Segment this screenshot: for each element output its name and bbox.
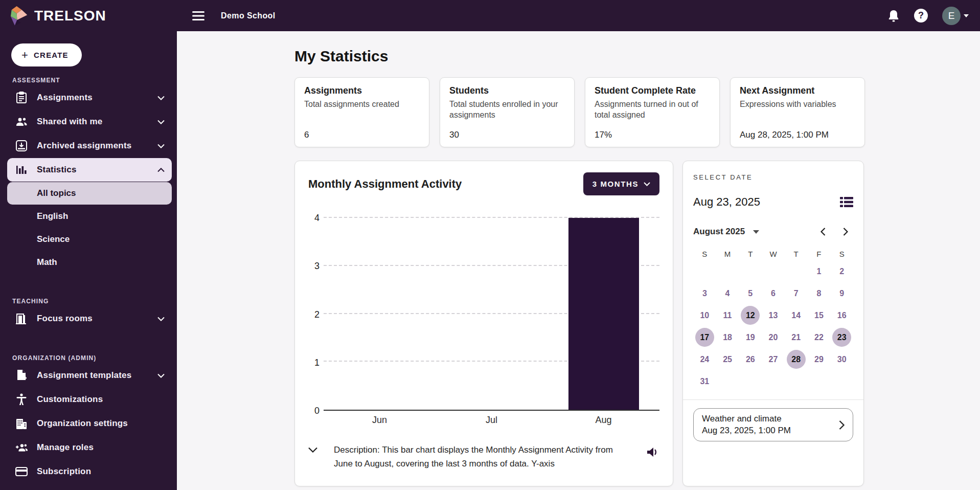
sidebar-item-assignments[interactable]: Assignments [7, 86, 172, 109]
next-month-chevron-icon[interactable] [838, 224, 853, 239]
calendar-day-21[interactable]: 21 [787, 328, 806, 347]
month-label: August 2025 [693, 227, 745, 237]
calendar-day-18[interactable]: 18 [718, 328, 737, 347]
calendar-day-30[interactable]: 30 [832, 350, 851, 369]
speaker-icon[interactable] [646, 446, 659, 458]
sidebar-subitem-english[interactable]: English [7, 205, 172, 228]
y-tick-label: 0 [314, 406, 320, 416]
calendar-day-12[interactable]: 12 [741, 306, 760, 325]
sidebar-subitem-math[interactable]: Math [7, 251, 172, 274]
calendar-day-17[interactable]: 17 [695, 328, 714, 347]
description-collapse-chevron-icon[interactable] [308, 447, 317, 453]
calendar-day-23[interactable]: 23 [832, 328, 851, 347]
weekday-label: W [762, 250, 785, 258]
sidebar-item-shared-with-me[interactable]: Shared with me [7, 110, 172, 133]
x-tick-label: Aug [548, 415, 659, 426]
sidebar-subitem-science[interactable]: Science [7, 228, 172, 251]
calendar-day-7[interactable]: 7 [787, 284, 806, 303]
calendar-day-26[interactable]: 26 [741, 350, 760, 369]
agenda-list-icon[interactable] [840, 196, 853, 208]
stat-card-value: 30 [449, 130, 459, 140]
calendar-day-24[interactable]: 24 [695, 350, 714, 369]
selected-date: Aug 23, 2025 [693, 195, 760, 209]
weekday-label: S [693, 250, 716, 258]
calendar-day-11[interactable]: 11 [718, 306, 737, 325]
stat-card-assignments: Assignments Total assignments created 6 [294, 77, 429, 147]
calendar-day-25[interactable]: 25 [718, 350, 737, 369]
hamburger-menu-icon[interactable] [192, 11, 204, 20]
sidebar-item-label: Assignment templates [37, 370, 157, 381]
calendar-day-empty [718, 262, 737, 281]
previous-month-chevron-icon[interactable] [815, 224, 831, 239]
calendar-day-6[interactable]: 6 [764, 284, 783, 303]
create-button[interactable]: + CREATE [11, 43, 82, 66]
sidebar-item-organization-settings[interactable]: Organization settings [7, 412, 172, 435]
avatar: E [942, 7, 961, 25]
calendar-day-empty [809, 372, 828, 391]
credit-card-icon [15, 467, 28, 476]
plus-icon: + [21, 50, 29, 61]
bar-chart: 01234 JunJulAug [308, 218, 659, 426]
sidebar-item-archived-assignments[interactable]: Archived assignments [7, 134, 172, 158]
event-title: Weather and climate [702, 414, 791, 424]
calendar-day-1[interactable]: 1 [809, 262, 828, 281]
range-selector-label: 3 MONTHS [592, 180, 639, 188]
calendar-day-8[interactable]: 8 [809, 284, 828, 303]
sidebar-item-label: Archived assignments [37, 141, 157, 151]
sidebar-item-focus-rooms[interactable]: Focus rooms [7, 307, 172, 330]
calendar-day-3[interactable]: 3 [695, 284, 714, 303]
calendar-day-empty [787, 372, 806, 391]
notifications-bell-icon[interactable] [887, 9, 900, 23]
section-teaching: TEACHING [12, 298, 177, 305]
calendar-day-15[interactable]: 15 [809, 306, 828, 325]
calendar-day-2[interactable]: 2 [832, 262, 851, 281]
sidebar-item-assignment-templates[interactable]: Assignment templates [7, 364, 172, 387]
file-plus-icon [15, 369, 28, 382]
section-assessment: ASSESSMENT [12, 77, 177, 84]
stat-card-value: Aug 28, 2025, 1:00 PM [740, 130, 829, 140]
calendar-day-14[interactable]: 14 [787, 306, 806, 325]
calendar-grid: 1234567891011121314151617181920212223242… [693, 260, 853, 392]
calendar-day-13[interactable]: 13 [764, 306, 783, 325]
range-selector-button[interactable]: 3 MONTHS [583, 172, 659, 195]
sidebar-item-customizations[interactable]: Customizations [7, 388, 172, 411]
calendar-day-19[interactable]: 19 [741, 328, 760, 347]
page-title: My Statistics [294, 48, 980, 65]
x-tick-label: Jul [436, 415, 548, 426]
event-weather-and-climate[interactable]: Weather and climate Aug 23, 2025, 1:00 P… [693, 408, 853, 441]
y-tick-label: 4 [314, 213, 320, 224]
calendar-day-22[interactable]: 22 [809, 328, 828, 347]
stat-card-description: Assignments turned in out of total assig… [595, 99, 710, 121]
x-tick-label: Jun [324, 415, 436, 426]
stat-card-title: Assignments [304, 85, 420, 96]
chevron-down-icon [157, 373, 165, 378]
chevron-down-icon [157, 144, 165, 148]
help-icon[interactable]: ? [914, 9, 928, 23]
sidebar-subitem-label: All topics [37, 188, 76, 198]
sidebar-item-statistics[interactable]: Statistics [7, 158, 172, 182]
calendar-day-27[interactable]: 27 [764, 350, 783, 369]
sidebar-item-subscription[interactable]: Subscription [7, 460, 172, 483]
sidebar-subitem-all-topics[interactable]: All topics [7, 182, 172, 205]
calendar-day-29[interactable]: 29 [809, 350, 828, 369]
calendar-day-10[interactable]: 10 [695, 306, 714, 325]
calendar-day-empty [764, 372, 783, 391]
trelson-logo-icon [10, 6, 29, 26]
calendar-weekdays: SMTWTFS [693, 250, 853, 258]
calendar-day-20[interactable]: 20 [764, 328, 783, 347]
calendar-day-28[interactable]: 28 [787, 350, 806, 369]
account-menu-button[interactable]: E [942, 7, 969, 25]
y-tick-label: 3 [314, 261, 320, 272]
calendar-day-empty [695, 262, 714, 281]
calendar-day-16[interactable]: 16 [832, 306, 851, 325]
chevron-right-icon [839, 420, 845, 430]
calendar-day-5[interactable]: 5 [741, 284, 760, 303]
brand-name: TRELSON [34, 8, 106, 24]
sidebar-subitem-label: English [37, 211, 68, 221]
people-icon [15, 117, 28, 127]
calendar-day-9[interactable]: 9 [832, 284, 851, 303]
calendar-day-4[interactable]: 4 [718, 284, 737, 303]
calendar-day-31[interactable]: 31 [695, 372, 714, 391]
sidebar-item-manage-roles[interactable]: Manage roles [7, 436, 172, 459]
month-dropdown[interactable]: August 2025 [693, 227, 759, 237]
